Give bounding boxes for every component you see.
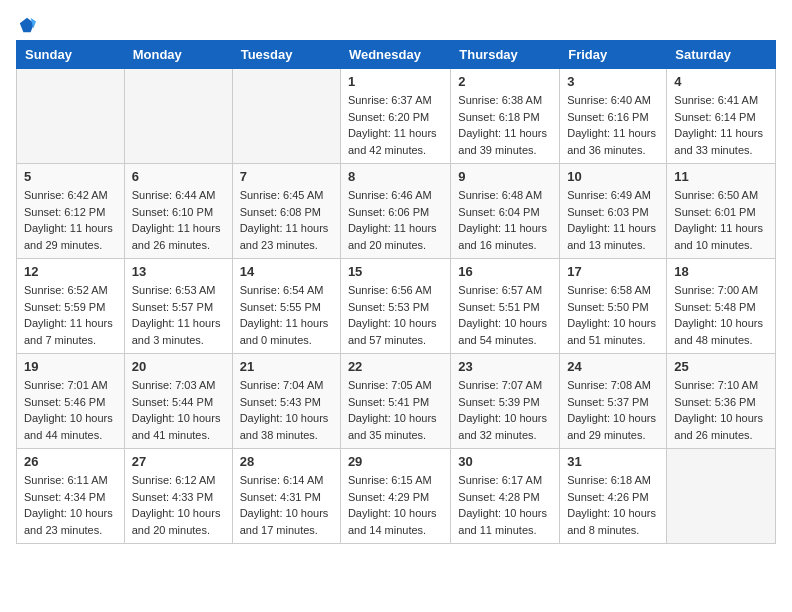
- day-info: Sunrise: 6:40 AM Sunset: 6:16 PM Dayligh…: [567, 92, 659, 158]
- calendar-day-cell: 14Sunrise: 6:54 AM Sunset: 5:55 PM Dayli…: [232, 259, 340, 354]
- day-number: 13: [132, 264, 225, 279]
- calendar-day-cell: 3Sunrise: 6:40 AM Sunset: 6:16 PM Daylig…: [560, 69, 667, 164]
- day-info: Sunrise: 6:17 AM Sunset: 4:28 PM Dayligh…: [458, 472, 552, 538]
- day-info: Sunrise: 6:44 AM Sunset: 6:10 PM Dayligh…: [132, 187, 225, 253]
- day-number: 9: [458, 169, 552, 184]
- calendar-day-cell: 29Sunrise: 6:15 AM Sunset: 4:29 PM Dayli…: [340, 449, 450, 544]
- calendar-week-row: 5Sunrise: 6:42 AM Sunset: 6:12 PM Daylig…: [17, 164, 776, 259]
- day-header-monday: Monday: [124, 41, 232, 69]
- calendar-day-cell: 21Sunrise: 7:04 AM Sunset: 5:43 PM Dayli…: [232, 354, 340, 449]
- calendar-day-cell: 4Sunrise: 6:41 AM Sunset: 6:14 PM Daylig…: [667, 69, 776, 164]
- day-info: Sunrise: 6:14 AM Sunset: 4:31 PM Dayligh…: [240, 472, 333, 538]
- day-number: 4: [674, 74, 768, 89]
- day-info: Sunrise: 6:12 AM Sunset: 4:33 PM Dayligh…: [132, 472, 225, 538]
- day-number: 16: [458, 264, 552, 279]
- day-info: Sunrise: 6:50 AM Sunset: 6:01 PM Dayligh…: [674, 187, 768, 253]
- calendar-day-cell: 1Sunrise: 6:37 AM Sunset: 6:20 PM Daylig…: [340, 69, 450, 164]
- calendar-day-cell: 22Sunrise: 7:05 AM Sunset: 5:41 PM Dayli…: [340, 354, 450, 449]
- calendar-day-cell: 2Sunrise: 6:38 AM Sunset: 6:18 PM Daylig…: [451, 69, 560, 164]
- empty-calendar-cell: [232, 69, 340, 164]
- calendar-day-cell: 6Sunrise: 6:44 AM Sunset: 6:10 PM Daylig…: [124, 164, 232, 259]
- empty-calendar-cell: [124, 69, 232, 164]
- day-number: 5: [24, 169, 117, 184]
- day-info: Sunrise: 7:01 AM Sunset: 5:46 PM Dayligh…: [24, 377, 117, 443]
- calendar-week-row: 19Sunrise: 7:01 AM Sunset: 5:46 PM Dayli…: [17, 354, 776, 449]
- empty-calendar-cell: [667, 449, 776, 544]
- calendar-day-cell: 16Sunrise: 6:57 AM Sunset: 5:51 PM Dayli…: [451, 259, 560, 354]
- day-number: 19: [24, 359, 117, 374]
- calendar-day-cell: 10Sunrise: 6:49 AM Sunset: 6:03 PM Dayli…: [560, 164, 667, 259]
- day-header-friday: Friday: [560, 41, 667, 69]
- day-info: Sunrise: 6:49 AM Sunset: 6:03 PM Dayligh…: [567, 187, 659, 253]
- day-info: Sunrise: 7:07 AM Sunset: 5:39 PM Dayligh…: [458, 377, 552, 443]
- day-number: 18: [674, 264, 768, 279]
- day-header-wednesday: Wednesday: [340, 41, 450, 69]
- day-number: 30: [458, 454, 552, 469]
- day-info: Sunrise: 6:45 AM Sunset: 6:08 PM Dayligh…: [240, 187, 333, 253]
- day-header-sunday: Sunday: [17, 41, 125, 69]
- calendar-day-cell: 31Sunrise: 6:18 AM Sunset: 4:26 PM Dayli…: [560, 449, 667, 544]
- day-number: 21: [240, 359, 333, 374]
- day-number: 12: [24, 264, 117, 279]
- calendar-day-cell: 24Sunrise: 7:08 AM Sunset: 5:37 PM Dayli…: [560, 354, 667, 449]
- day-header-thursday: Thursday: [451, 41, 560, 69]
- day-info: Sunrise: 6:11 AM Sunset: 4:34 PM Dayligh…: [24, 472, 117, 538]
- calendar-day-cell: 25Sunrise: 7:10 AM Sunset: 5:36 PM Dayli…: [667, 354, 776, 449]
- day-info: Sunrise: 7:00 AM Sunset: 5:48 PM Dayligh…: [674, 282, 768, 348]
- day-info: Sunrise: 6:18 AM Sunset: 4:26 PM Dayligh…: [567, 472, 659, 538]
- day-info: Sunrise: 7:08 AM Sunset: 5:37 PM Dayligh…: [567, 377, 659, 443]
- day-number: 15: [348, 264, 443, 279]
- calendar-day-cell: 27Sunrise: 6:12 AM Sunset: 4:33 PM Dayli…: [124, 449, 232, 544]
- day-info: Sunrise: 6:37 AM Sunset: 6:20 PM Dayligh…: [348, 92, 443, 158]
- day-number: 14: [240, 264, 333, 279]
- day-number: 10: [567, 169, 659, 184]
- day-info: Sunrise: 6:41 AM Sunset: 6:14 PM Dayligh…: [674, 92, 768, 158]
- day-info: Sunrise: 7:03 AM Sunset: 5:44 PM Dayligh…: [132, 377, 225, 443]
- calendar-day-cell: 11Sunrise: 6:50 AM Sunset: 6:01 PM Dayli…: [667, 164, 776, 259]
- calendar-day-cell: 13Sunrise: 6:53 AM Sunset: 5:57 PM Dayli…: [124, 259, 232, 354]
- day-number: 8: [348, 169, 443, 184]
- day-info: Sunrise: 7:04 AM Sunset: 5:43 PM Dayligh…: [240, 377, 333, 443]
- day-number: 6: [132, 169, 225, 184]
- day-number: 31: [567, 454, 659, 469]
- calendar-day-cell: 30Sunrise: 6:17 AM Sunset: 4:28 PM Dayli…: [451, 449, 560, 544]
- day-number: 17: [567, 264, 659, 279]
- calendar-week-row: 12Sunrise: 6:52 AM Sunset: 5:59 PM Dayli…: [17, 259, 776, 354]
- calendar-day-cell: 28Sunrise: 6:14 AM Sunset: 4:31 PM Dayli…: [232, 449, 340, 544]
- empty-calendar-cell: [17, 69, 125, 164]
- day-info: Sunrise: 6:58 AM Sunset: 5:50 PM Dayligh…: [567, 282, 659, 348]
- calendar-day-cell: 9Sunrise: 6:48 AM Sunset: 6:04 PM Daylig…: [451, 164, 560, 259]
- day-number: 3: [567, 74, 659, 89]
- day-number: 28: [240, 454, 333, 469]
- day-number: 11: [674, 169, 768, 184]
- day-info: Sunrise: 7:05 AM Sunset: 5:41 PM Dayligh…: [348, 377, 443, 443]
- page-header: [16, 16, 776, 28]
- day-number: 25: [674, 359, 768, 374]
- day-info: Sunrise: 6:15 AM Sunset: 4:29 PM Dayligh…: [348, 472, 443, 538]
- calendar-table: SundayMondayTuesdayWednesdayThursdayFrid…: [16, 40, 776, 544]
- logo: [16, 16, 36, 28]
- day-info: Sunrise: 6:48 AM Sunset: 6:04 PM Dayligh…: [458, 187, 552, 253]
- calendar-day-cell: 26Sunrise: 6:11 AM Sunset: 4:34 PM Dayli…: [17, 449, 125, 544]
- calendar-day-cell: 19Sunrise: 7:01 AM Sunset: 5:46 PM Dayli…: [17, 354, 125, 449]
- day-number: 29: [348, 454, 443, 469]
- calendar-day-cell: 20Sunrise: 7:03 AM Sunset: 5:44 PM Dayli…: [124, 354, 232, 449]
- calendar-day-cell: 5Sunrise: 6:42 AM Sunset: 6:12 PM Daylig…: [17, 164, 125, 259]
- day-info: Sunrise: 6:56 AM Sunset: 5:53 PM Dayligh…: [348, 282, 443, 348]
- day-number: 20: [132, 359, 225, 374]
- day-number: 26: [24, 454, 117, 469]
- calendar-day-cell: 7Sunrise: 6:45 AM Sunset: 6:08 PM Daylig…: [232, 164, 340, 259]
- calendar-day-cell: 17Sunrise: 6:58 AM Sunset: 5:50 PM Dayli…: [560, 259, 667, 354]
- day-header-saturday: Saturday: [667, 41, 776, 69]
- day-number: 23: [458, 359, 552, 374]
- calendar-header-row: SundayMondayTuesdayWednesdayThursdayFrid…: [17, 41, 776, 69]
- day-info: Sunrise: 6:38 AM Sunset: 6:18 PM Dayligh…: [458, 92, 552, 158]
- day-number: 27: [132, 454, 225, 469]
- calendar-day-cell: 8Sunrise: 6:46 AM Sunset: 6:06 PM Daylig…: [340, 164, 450, 259]
- day-number: 1: [348, 74, 443, 89]
- logo-icon: [18, 16, 36, 34]
- day-info: Sunrise: 6:53 AM Sunset: 5:57 PM Dayligh…: [132, 282, 225, 348]
- calendar-day-cell: 23Sunrise: 7:07 AM Sunset: 5:39 PM Dayli…: [451, 354, 560, 449]
- calendar-week-row: 1Sunrise: 6:37 AM Sunset: 6:20 PM Daylig…: [17, 69, 776, 164]
- day-info: Sunrise: 6:57 AM Sunset: 5:51 PM Dayligh…: [458, 282, 552, 348]
